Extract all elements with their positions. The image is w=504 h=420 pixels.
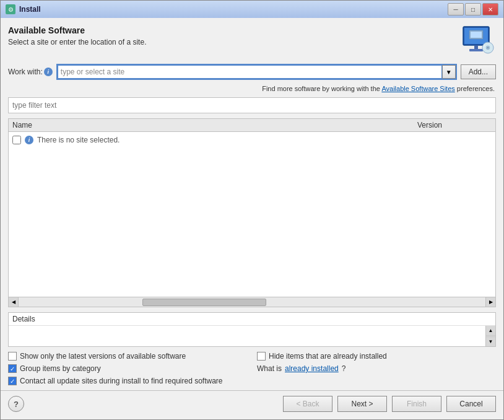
- work-with-label: Work with: i: [8, 68, 53, 76]
- main-content: Available Software Select a site or ente…: [1, 18, 503, 419]
- scroll-right-button[interactable]: ▶: [485, 297, 495, 307]
- details-body: ▲ ▼: [9, 326, 495, 346]
- group-category-label: Group items by category: [20, 364, 101, 373]
- details-section: Details ▲ ▼: [8, 312, 496, 347]
- minimize-button[interactable]: ─: [448, 3, 464, 15]
- window-controls: ─ □ ✕: [448, 3, 498, 15]
- options-left: Show only the latest versions of availab…: [8, 352, 247, 385]
- cancel-button[interactable]: Cancel: [446, 396, 496, 412]
- row-info-icon: i: [25, 136, 33, 144]
- back-button[interactable]: < Back: [283, 396, 332, 412]
- show-latest-label: Show only the latest versions of availab…: [20, 352, 186, 361]
- site-dropdown-button[interactable]: ▼: [442, 65, 456, 79]
- work-with-text: Work with:: [8, 68, 43, 76]
- finish-button[interactable]: Finish: [392, 396, 441, 412]
- software-table: Name Version i There is no site selected…: [8, 118, 496, 307]
- horizontal-scrollbar[interactable]: ◀ ▶: [9, 297, 495, 307]
- show-latest-row: Show only the latest versions of availab…: [8, 352, 247, 361]
- scroll-track[interactable]: [19, 297, 485, 307]
- help-button[interactable]: ?: [8, 396, 24, 412]
- hide-installed-label: Hide items that are already installed: [269, 352, 387, 361]
- group-category-checkbox[interactable]: [8, 364, 17, 373]
- scroll-thumb[interactable]: [142, 299, 266, 306]
- details-content: [9, 326, 485, 346]
- add-button[interactable]: Add...: [461, 64, 496, 79]
- group-category-row: Group items by category: [8, 364, 247, 373]
- close-button[interactable]: ✕: [482, 3, 498, 15]
- no-site-message: There is no site selected.: [37, 136, 119, 144]
- work-with-row: Work with: i ▼ Add...: [8, 64, 496, 80]
- already-installed-link[interactable]: already installed: [285, 364, 339, 373]
- svg-rect-5: [469, 49, 483, 51]
- window-title: Install: [19, 5, 444, 14]
- contact-sites-row: Contact all update sites during install …: [8, 377, 247, 385]
- svg-rect-4: [474, 45, 478, 49]
- options-section: Show only the latest versions of availab…: [8, 352, 496, 385]
- svg-rect-3: [471, 32, 482, 38]
- find-more-text-before: Find more software by working with the: [262, 85, 381, 92]
- options-right: Hide items that are already installed Wh…: [257, 352, 496, 385]
- page-title: Available Software: [8, 25, 146, 35]
- table-row: i There is no site selected.: [12, 134, 492, 146]
- window-icon: ⚙: [6, 4, 15, 14]
- install-window: ⚙ Install ─ □ ✕ Available Software Selec…: [0, 0, 504, 420]
- filter-input[interactable]: [9, 98, 495, 113]
- details-label: Details: [9, 313, 495, 326]
- button-bar: ? < Back Next > Finish Cancel: [1, 390, 503, 417]
- column-version-header: Version: [417, 121, 492, 129]
- hide-installed-checkbox[interactable]: [257, 352, 266, 361]
- what-installed-row: What is already installed ?: [257, 364, 496, 373]
- contact-sites-label: Contact all update sites during install …: [20, 377, 223, 385]
- details-scroll-up[interactable]: ▲: [486, 326, 495, 336]
- available-software-sites-link[interactable]: Available Software Sites: [381, 85, 454, 92]
- header-text: Available Software Select a site or ente…: [8, 25, 146, 46]
- svg-point-8: [487, 47, 489, 48]
- find-more-line: Find more software by working with the A…: [8, 85, 496, 92]
- title-bar: ⚙ Install ─ □ ✕: [1, 1, 503, 18]
- work-with-info-icon: i: [44, 68, 53, 76]
- monitor-icon: [459, 25, 496, 56]
- details-scrollbar: ▲ ▼: [485, 326, 495, 346]
- header-section: Available Software Select a site or ente…: [8, 25, 496, 56]
- hide-installed-row: Hide items that are already installed: [257, 352, 496, 361]
- scroll-left-button[interactable]: ◀: [9, 297, 19, 307]
- next-button[interactable]: Next >: [337, 396, 387, 412]
- site-input-wrapper: ▼: [56, 64, 457, 80]
- row-checkbox[interactable]: [12, 136, 21, 144]
- table-body: i There is no site selected.: [9, 132, 495, 297]
- site-input[interactable]: [58, 65, 442, 79]
- find-more-text-after: preferences.: [455, 85, 495, 92]
- column-name-header: Name: [12, 121, 417, 129]
- maximize-button[interactable]: □: [465, 3, 481, 15]
- filter-section: [8, 97, 496, 113]
- page-subtitle: Select a site or enter the location of a…: [8, 38, 146, 46]
- what-installed-suffix: ?: [342, 364, 346, 373]
- table-header: Name Version: [9, 119, 495, 132]
- what-is-text: What is: [257, 364, 282, 373]
- contact-sites-checkbox[interactable]: [8, 377, 17, 385]
- show-latest-checkbox[interactable]: [8, 352, 17, 361]
- details-scroll-down[interactable]: ▼: [486, 336, 495, 346]
